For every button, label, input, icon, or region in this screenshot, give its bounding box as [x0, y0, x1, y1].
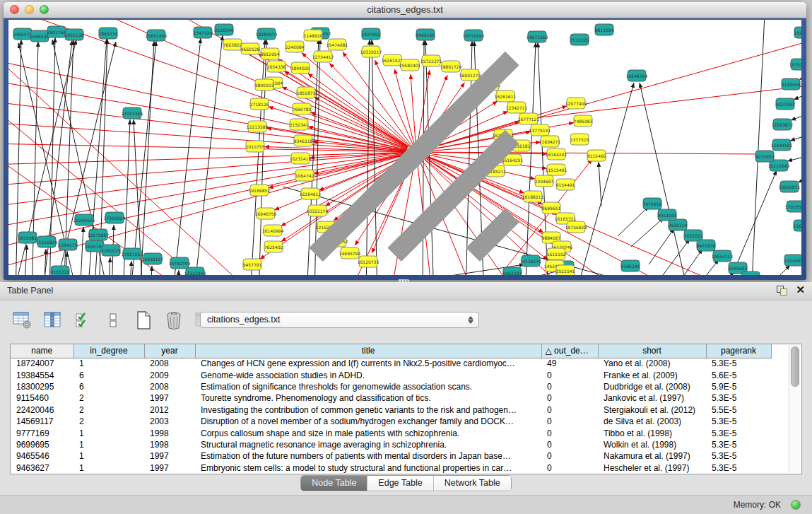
table-toolbar: f(x) citations_edges.txt [0, 300, 812, 340]
table-cell: 5.9E-5 [706, 381, 771, 392]
select-column-button[interactable] [42, 310, 63, 331]
table-cell: 1998 [144, 439, 195, 450]
table-cell: 0 [541, 392, 598, 404]
table-row[interactable]: 946362711997Embryonic stem cells: a mode… [11, 462, 771, 474]
column-header[interactable]: title [195, 344, 541, 358]
column-header[interactable]: name [11, 344, 73, 358]
unselect-all-button[interactable] [102, 310, 124, 331]
table-cell: 18724007 [11, 358, 73, 369]
table-cell: 19384554 [11, 369, 73, 380]
table-cell: 1 [73, 450, 144, 462]
table-cell: 22420046 [11, 404, 73, 416]
tab-edge-table[interactable]: Edge Table [367, 476, 433, 491]
table-cell: Disruption of a novel member of a sodium… [195, 416, 541, 427]
column-header[interactable]: pagerank [706, 344, 771, 358]
table-scrollbar-thumb[interactable] [791, 346, 799, 387]
tab-node-table[interactable]: Node Table [301, 476, 367, 491]
new-table-button[interactable] [133, 310, 154, 331]
table-cell: Investigating the contribution of common… [195, 404, 541, 416]
select-all-button[interactable] [72, 310, 93, 331]
table-scrollbar[interactable] [789, 345, 800, 473]
table-row[interactable]: 946554611997Estimation of the future num… [11, 450, 771, 462]
table-cell: 0 [541, 439, 598, 450]
table-cell: 5.3E-5 [706, 416, 771, 427]
table-cell: 0 [541, 381, 598, 392]
delete-trash-button[interactable] [163, 310, 184, 331]
column-header[interactable]: year [144, 344, 195, 358]
table-cell: 2008 [144, 358, 195, 369]
zoom-window-button[interactable] [40, 5, 49, 14]
table-cell: 5.3E-5 [706, 450, 771, 462]
minimize-window-button[interactable] [25, 5, 34, 14]
table-row[interactable]: 1872400712008Changes of HCN gene express… [11, 358, 771, 369]
table-row[interactable]: 1830029562008Estimation of significance … [11, 381, 771, 392]
table-cell: 49 [541, 358, 598, 369]
table-cell: Tourette syndrome. Phenomenology and cla… [195, 392, 541, 404]
table-cell: Structural magnetic resonance image aver… [195, 439, 541, 450]
network-frame: 2405572940653829017662055138186527420691… [4, 18, 806, 280]
table-panel-header: Table Panel ✕ [0, 282, 812, 300]
table-cell: 0 [541, 427, 598, 438]
table-cell: 0 [541, 450, 598, 462]
table-cell: Hescheler et al. (1997) [598, 462, 706, 474]
table-settings-button[interactable] [11, 310, 33, 331]
table-cell: 2 [73, 404, 144, 416]
table-panel: Table Panel ✕ [0, 282, 812, 514]
table-cell: 18300295 [11, 381, 73, 392]
table-row[interactable]: 911546021997Tourette syndrome. Phenomeno… [11, 392, 771, 404]
table-row[interactable]: 1456911722003Disruption of a novel membe… [11, 416, 771, 427]
table-cell: Changes of HCN gene expression and I(f) … [195, 358, 541, 369]
float-panel-icon[interactable] [776, 284, 787, 296]
table-type-tabs: Node Table Edge Table Network Table [300, 475, 511, 491]
table-cell: 9699695 [11, 439, 73, 450]
table-cell: 5.3E-5 [706, 427, 771, 438]
table-cell: 5.6E-5 [706, 369, 771, 380]
table-cell: 2003 [144, 416, 195, 427]
table-chooser-dropdown[interactable]: citations_edges.txt [200, 312, 479, 328]
table-cell: 5.3E-5 [706, 392, 771, 404]
tab-network-table[interactable]: Network Table [433, 476, 511, 491]
table-cell: 2008 [144, 381, 195, 392]
table-cell: Wolkin et al. (1998) [598, 439, 706, 450]
table-cell: Estimation of the future numbers of pati… [195, 450, 541, 462]
dropdown-stepper-icon [466, 314, 474, 326]
table-cell: 5.5E-5 [706, 404, 771, 416]
table-cell: 1997 [144, 450, 195, 462]
table-cell: 1 [73, 358, 144, 369]
svg-text:9525410: 9525410 [741, 275, 760, 276]
node-table-viewport: namein_degreeyeartitle△ out_de…shortpage… [10, 344, 802, 474]
table-cell: 1 [73, 427, 144, 438]
close-window-button[interactable] [10, 5, 19, 14]
table-cell: Yano et al. (2008) [598, 358, 706, 369]
table-cell: 1 [73, 462, 144, 474]
table-cell: Franke et al. (2009) [598, 369, 706, 380]
table-cell: 1998 [144, 427, 195, 438]
table-cell: Corpus callosum shape and size in male p… [195, 427, 541, 438]
table-cell: 0 [541, 416, 598, 427]
table-cell: 2 [73, 392, 144, 404]
table-cell: Stergiakouli et al. (2012) [598, 404, 706, 416]
table-cell: 0 [541, 462, 598, 474]
window-titlebar[interactable]: citations_edges.txt [4, 2, 806, 18]
close-panel-icon[interactable]: ✕ [796, 284, 805, 296]
column-header[interactable]: △ out_de… [541, 344, 598, 358]
table-row[interactable]: 1938455462009Genome-wide association stu… [11, 369, 771, 380]
resize-grip[interactable] [8, 20, 801, 274]
memory-status-label: Memory: OK [734, 496, 781, 514]
table-cell: 0 [541, 369, 598, 380]
table-cell: 6 [73, 369, 144, 380]
table-row[interactable]: 969969511998Structural magnetic resonanc… [11, 439, 771, 450]
table-cell: Genome-wide association studies in ADHD. [195, 369, 541, 380]
table-row[interactable]: 2242004622012Investigating the contribut… [11, 404, 771, 416]
table-panel-title: Table Panel [7, 282, 53, 300]
column-header[interactable]: in_degree [73, 344, 144, 358]
table-cell: Jankovic et al. (1997) [598, 392, 706, 404]
status-bar: Memory: OK [0, 495, 812, 514]
network-canvas[interactable]: 2405572940653829017662055138186527420691… [8, 20, 801, 275]
column-header[interactable]: short [598, 344, 706, 358]
table-cell: 1997 [144, 392, 195, 404]
table-row[interactable]: 977716911998Corpus callosum shape and si… [11, 427, 771, 438]
table-cell: 2009 [144, 369, 195, 380]
table-cell: 2012 [144, 404, 195, 416]
network-window: citations_edges.txt 24055729406538290176… [4, 2, 806, 280]
